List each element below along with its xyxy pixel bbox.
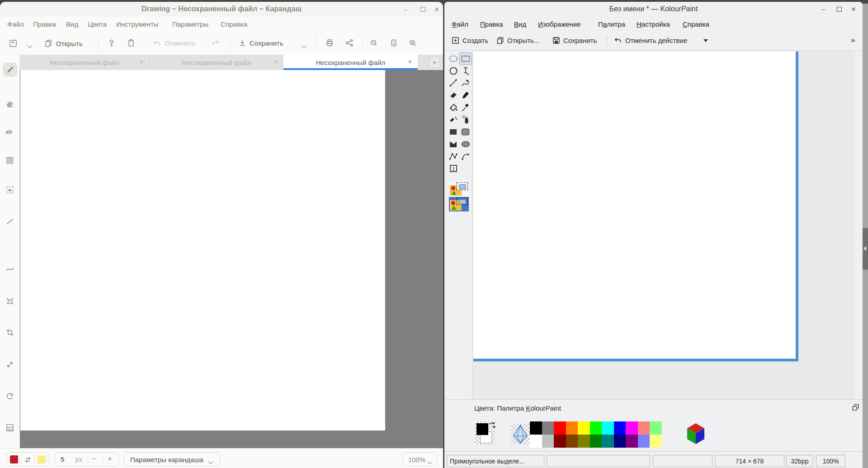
menu-tools[interactable]: Инструменты <box>116 20 159 28</box>
palette-color-swatch[interactable] <box>590 435 602 448</box>
palette-color-swatch[interactable] <box>626 435 638 448</box>
tool-options-dropdown[interactable]: Параметры карандаша <box>123 452 221 467</box>
palette-color-swatch[interactable] <box>542 421 554 435</box>
selection-opaque-option[interactable] <box>449 182 469 197</box>
open-button[interactable]: Открыть... <box>496 37 539 44</box>
palette-color-swatch[interactable] <box>578 421 590 435</box>
palette-color-swatch[interactable] <box>626 421 638 435</box>
menu-options[interactable]: Параметры <box>172 20 208 28</box>
palette-color-swatch[interactable] <box>638 421 650 435</box>
zoom-out-button[interactable] <box>370 39 378 47</box>
tool-pen[interactable] <box>460 77 472 89</box>
menu-file[interactable]: Файл <box>452 20 468 28</box>
palette-color-swatch[interactable] <box>590 421 602 435</box>
tab-close-icon[interactable]: ✕ <box>274 59 278 65</box>
color-similarity-control[interactable] <box>511 424 529 445</box>
primary-color-swatch[interactable] <box>10 455 18 463</box>
tool-text[interactable]: ab <box>5 128 14 137</box>
close-button[interactable]: ✕ <box>432 5 442 14</box>
save-menu-button[interactable] <box>302 41 306 49</box>
tool-rectangle[interactable] <box>448 126 459 138</box>
tool-line[interactable] <box>448 77 459 89</box>
maximize-button[interactable] <box>834 5 844 14</box>
tool-free-select[interactable] <box>448 53 459 65</box>
menu-help[interactable]: Справка <box>683 20 709 28</box>
palette-color-swatch[interactable] <box>566 421 578 435</box>
zoom-in-button[interactable] <box>409 39 417 47</box>
size-decrease-button[interactable]: − <box>92 455 96 463</box>
drawing-titlebar[interactable]: Drawing ~ Несохраненный файл ~ Карандаш … <box>0 2 443 17</box>
tool-curve[interactable] <box>5 265 14 274</box>
redo-button[interactable] <box>212 40 220 47</box>
palette-color-swatch[interactable] <box>650 435 662 448</box>
save-button[interactable]: Сохранить <box>552 37 597 44</box>
tool-rounded-rectangle[interactable] <box>460 126 472 138</box>
tool-rect-select-selected[interactable] <box>460 53 472 65</box>
menu-edit[interactable]: Правка <box>480 20 503 28</box>
palette-color-swatch[interactable] <box>650 421 662 435</box>
document-right-border[interactable] <box>796 51 798 361</box>
menu-colors[interactable]: Цвета <box>88 20 107 28</box>
tab-close-icon[interactable]: ✕ <box>408 59 412 65</box>
palette-color-swatch[interactable] <box>602 435 614 448</box>
pin-button[interactable] <box>108 39 116 47</box>
menu-palette[interactable]: Палитра <box>598 20 625 28</box>
undo-button[interactable]: Отменить <box>153 39 196 47</box>
tool-rect-select[interactable] <box>5 156 14 165</box>
kolourpaint-titlebar[interactable]: Без имени * — KolourPaint – ✕ <box>444 2 863 17</box>
tool-ellipse[interactable] <box>460 138 472 150</box>
palette-color-swatch[interactable] <box>614 421 626 435</box>
tab-close-icon[interactable]: ✕ <box>139 59 144 65</box>
kolourpaint-canvas[interactable] <box>473 51 796 359</box>
palette-color-swatch[interactable] <box>602 421 614 435</box>
tool-eraser[interactable] <box>5 99 14 108</box>
tool-line[interactable] <box>5 217 14 226</box>
palette-color-swatch[interactable] <box>554 435 566 448</box>
palette-color-swatch[interactable] <box>614 435 626 448</box>
tool-brush[interactable] <box>460 89 472 101</box>
tool-ellipse-select[interactable] <box>448 65 459 77</box>
tool-text[interactable] <box>460 65 472 77</box>
new-image-button[interactable] <box>9 39 17 47</box>
float-dock-icon[interactable] <box>852 404 860 411</box>
size-value[interactable]: 5 <box>61 455 64 463</box>
menu-view[interactable]: Вид <box>514 20 526 28</box>
new-button[interactable]: Создать <box>452 37 488 44</box>
size-increase-button[interactable]: + <box>108 455 112 463</box>
secondary-color-swatch[interactable] <box>38 455 46 463</box>
share-button[interactable] <box>345 39 354 47</box>
menu-edit[interactable]: Правка <box>33 20 56 28</box>
foreground-background-swatch[interactable] <box>475 421 495 445</box>
print-button[interactable] <box>326 39 334 47</box>
close-button[interactable]: ✕ <box>849 5 859 14</box>
tool-eraser[interactable] <box>448 89 459 101</box>
tool-filters[interactable] <box>5 423 14 432</box>
palette-color-swatch[interactable] <box>530 435 542 448</box>
tool-spraycan[interactable] <box>460 114 472 126</box>
palette-color-swatch[interactable] <box>638 435 650 448</box>
tab-unsaved-2[interactable]: Несохраненный файл ✕ <box>150 55 283 70</box>
tool-color-eraser[interactable] <box>448 114 459 126</box>
swap-colors-icon[interactable] <box>488 421 495 430</box>
drawing-canvas[interactable] <box>20 70 385 431</box>
new-tab-button[interactable]: + <box>429 57 440 68</box>
tool-free-select[interactable] <box>5 185 14 194</box>
palette-color-swatch[interactable] <box>566 435 578 448</box>
tab-unsaved-3-active[interactable]: Несохраненный файл ✕ <box>283 55 418 70</box>
foreground-color-swatch[interactable] <box>476 423 488 435</box>
toolbar-overflow-button[interactable]: » <box>851 36 855 45</box>
document-bottom-border[interactable] <box>473 359 798 361</box>
minimize-button[interactable]: – <box>819 5 829 14</box>
menu-view[interactable]: Вид <box>66 20 78 28</box>
zoom-dropdown[interactable]: 100% <box>402 452 437 467</box>
tool-scale[interactable] <box>5 360 14 369</box>
tool-curve[interactable] <box>460 150 472 162</box>
tool-color-picker[interactable] <box>460 102 472 113</box>
palette-color-swatch[interactable] <box>554 421 566 435</box>
menu-help[interactable]: Справка <box>221 20 247 28</box>
tool-fill[interactable] <box>448 102 459 113</box>
maximize-button[interactable] <box>418 5 428 14</box>
zoom-original-button[interactable]: 1 <box>390 39 398 47</box>
undo-history-dropdown[interactable] <box>703 39 708 42</box>
tool-pencil[interactable] <box>5 65 14 74</box>
